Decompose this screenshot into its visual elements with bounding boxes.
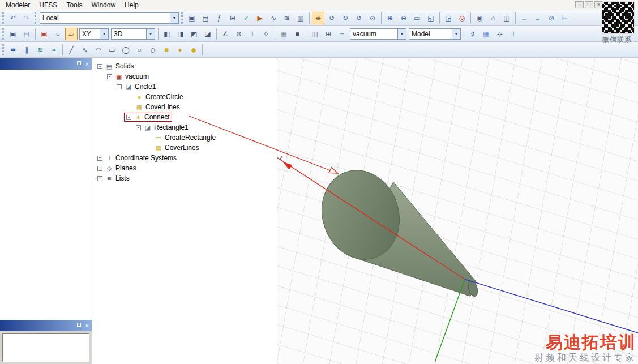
field-overlays-button[interactable]: ≋ — [281, 12, 293, 24]
duplicate-button[interactable]: ⊞ — [322, 28, 335, 40]
collapse-toggle[interactable]: - — [136, 125, 141, 130]
menu-item-help[interactable]: Help — [120, 1, 143, 10]
toolbar-grip[interactable] — [2, 44, 4, 55]
material-combo[interactable]: vacuum▼ — [350, 28, 406, 40]
shaded-button[interactable]: ■ — [291, 28, 303, 40]
unite-button[interactable]: ◧ — [161, 28, 173, 40]
drawing-plane-combo[interactable]: XY▼ — [79, 28, 109, 40]
rotate-free-button[interactable]: ↺ — [326, 12, 338, 24]
menu-item-hfss[interactable]: HFSS — [35, 1, 62, 10]
dynamic-zoom-button[interactable]: ⊙ — [366, 12, 379, 24]
split-button[interactable]: ◪ — [202, 28, 214, 40]
dropdown-arrow-icon[interactable]: ▼ — [146, 29, 155, 39]
sweep-button[interactable]: ≈ — [336, 28, 348, 40]
tree-item-coverlines[interactable]: ▦CoverLines — [92, 102, 277, 112]
draw-arc-button[interactable]: ◠ — [92, 44, 105, 56]
section-button[interactable]: ◫ — [309, 28, 321, 40]
validate-button[interactable]: ✓ — [240, 12, 252, 24]
copy-image-button[interactable]: ▣ — [7, 28, 19, 40]
measure-position-button[interactable]: ∠ — [219, 28, 232, 40]
collapse-toggle[interactable]: - — [126, 115, 131, 120]
grid-visibility-button[interactable]: ▦ — [480, 28, 493, 40]
tree-item-connect[interactable]: -∗Connect — [92, 112, 277, 122]
model-type-combo[interactable]: Model▼ — [409, 28, 461, 40]
intersect-button[interactable]: ◩ — [188, 28, 200, 40]
show-boundaries-button[interactable]: ≣ — [7, 44, 19, 56]
zoom-window-button[interactable]: ▭ — [411, 12, 423, 24]
analyze-button[interactable]: ▶ — [254, 12, 266, 24]
pan-button[interactable]: ⇹ — [312, 12, 324, 24]
plane-mode-button[interactable]: ▱ — [65, 28, 78, 40]
export-list-button[interactable]: ▤ — [20, 28, 33, 40]
draw-cylinder-button[interactable]: ● — [174, 44, 186, 56]
message-panel-titlebar[interactable]: × — [0, 320, 92, 331]
draw-box-button[interactable]: ■ — [160, 44, 173, 56]
snap-vertex-button[interactable]: ⊚ — [233, 28, 245, 40]
report-button[interactable]: ▥ — [294, 12, 307, 24]
properties-button[interactable]: ▤ — [199, 12, 212, 24]
tree-item-coverlines[interactable]: ▦CoverLines — [92, 143, 277, 153]
variables-button[interactable]: ƒ — [213, 12, 225, 24]
results-button[interactable]: ∿ — [267, 12, 280, 24]
dropdown-arrow-icon[interactable]: ▼ — [170, 13, 178, 23]
select-circle-button[interactable]: ○ — [52, 28, 64, 40]
menu-item-window[interactable]: Window — [87, 1, 120, 10]
tree-item-vacuum[interactable]: -▣vacuum — [92, 71, 277, 82]
snap-edge-button[interactable]: ⊥ — [246, 28, 259, 40]
fit-all-button[interactable]: ◱ — [425, 12, 437, 24]
draw-line-button[interactable]: ╱ — [65, 44, 78, 56]
plot-fields-button[interactable]: ≋ — [34, 44, 46, 56]
draw-sphere-button[interactable]: ◆ — [187, 44, 200, 56]
minimize-window-button[interactable]: − — [575, 1, 584, 8]
undo-button[interactable]: ↶ — [7, 12, 19, 24]
datasets-button[interactable]: ⊞ — [226, 12, 239, 24]
toolbar-grip[interactable] — [35, 12, 36, 24]
show-excitations-button[interactable]: ∥ — [20, 44, 33, 56]
tree-item-coordinate-systems[interactable]: +⊥Coordinate Systems — [92, 153, 277, 163]
tree-item-solids[interactable]: -▤Solids — [92, 61, 277, 71]
tree-item-rectangle1[interactable]: -◪Rectangle1 — [92, 122, 277, 132]
fit-selection-button[interactable]: ◲ — [442, 12, 455, 24]
measure-button[interactable]: ⊢ — [559, 12, 571, 24]
expand-toggle[interactable]: + — [97, 166, 102, 171]
next-view-button[interactable]: → — [532, 12, 544, 24]
3d-viewport[interactable]: Z — [277, 58, 638, 364]
tree-item-circle1[interactable]: -◪Circle1 — [92, 82, 277, 92]
grid-type-button[interactable]: ♯ — [466, 28, 479, 40]
expand-toggle[interactable]: + — [97, 176, 102, 181]
snap-face-button[interactable]: ◊ — [260, 28, 272, 40]
mesh-overlay-button[interactable]: ≈ — [48, 44, 60, 56]
draw-ellipse-button[interactable]: ◯ — [119, 44, 132, 56]
toolbar-grip[interactable] — [181, 12, 183, 24]
toolbar-grip[interactable] — [2, 12, 4, 24]
rotate-y-button[interactable]: ↺ — [353, 12, 365, 24]
restore-window-button[interactable]: □ — [585, 1, 593, 8]
paste-button[interactable]: ▣ — [186, 12, 198, 24]
pin-icon[interactable] — [76, 61, 82, 67]
zoom-out-button[interactable]: ⊖ — [397, 12, 410, 24]
collapse-toggle[interactable]: - — [107, 74, 112, 79]
tree-item-lists[interactable]: +≡Lists — [92, 173, 277, 183]
dropdown-arrow-icon[interactable]: ▼ — [452, 29, 460, 39]
draw-rectangle-button[interactable]: ▭ — [106, 44, 118, 56]
wireframe-button[interactable]: ▦ — [277, 28, 290, 40]
previous-view-button[interactable]: ← — [518, 12, 530, 24]
subtract-button[interactable]: ◨ — [174, 28, 187, 40]
dropdown-arrow-icon[interactable]: ▼ — [397, 29, 406, 39]
project-panel-titlebar[interactable]: × — [0, 58, 92, 70]
clip-plane-button[interactable]: ⊘ — [545, 12, 558, 24]
dropdown-arrow-icon[interactable]: ▼ — [100, 29, 108, 39]
close-icon[interactable]: × — [85, 323, 89, 329]
collapse-toggle[interactable]: - — [117, 84, 122, 89]
tree-item-planes[interactable]: +◇Planes — [92, 163, 277, 173]
render-mode-button[interactable]: ◫ — [500, 12, 513, 24]
draw-polygon-button[interactable]: ◇ — [147, 44, 159, 56]
collapse-toggle[interactable]: - — [97, 64, 102, 69]
assign-material-button[interactable]: ▣ — [38, 28, 50, 40]
draw-circle-button[interactable]: ○ — [133, 44, 145, 56]
menu-item-tools[interactable]: Tools — [62, 1, 87, 10]
zoom-in-button[interactable]: ⊕ — [384, 12, 396, 24]
view-orientation-button[interactable]: ⌂ — [487, 12, 499, 24]
visibility-button[interactable]: ◉ — [473, 12, 486, 24]
movement-mode-combo[interactable]: 3D▼ — [111, 28, 155, 40]
